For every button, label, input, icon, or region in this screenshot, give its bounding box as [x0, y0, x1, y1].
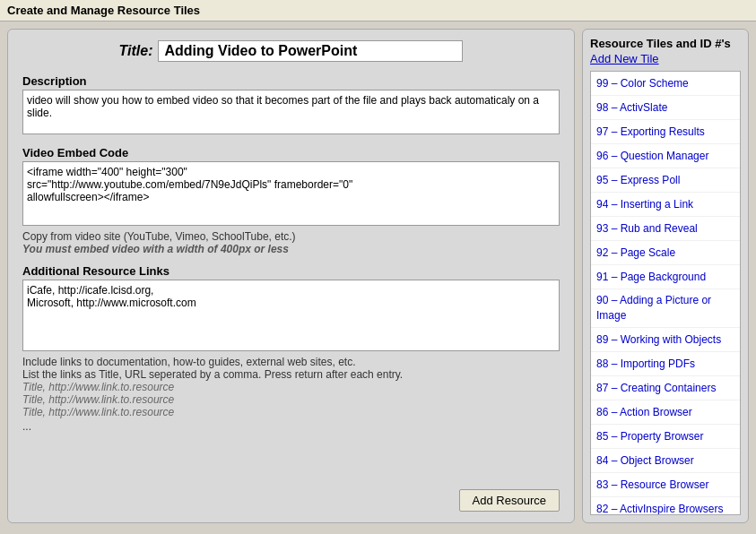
add-btn-row: Add Resource	[22, 489, 560, 512]
links-label: Additional Resource Links	[22, 264, 560, 278]
embed-section: Video Embed Code Copy from video site (Y…	[22, 146, 560, 255]
example-link-2: Title, http://www.link.to.resource	[22, 393, 560, 406]
description-section: Description	[22, 74, 560, 137]
panel-title: Resource Tiles and ID #'s	[590, 37, 741, 50]
tile-item-83[interactable]: 83 – Resource Browser	[591, 473, 740, 497]
page-title: Create and Manage Resource Tiles	[7, 4, 200, 17]
left-panel: Title: Description Video Embed Code Copy…	[7, 29, 575, 523]
tile-item-92[interactable]: 92 – Page Scale	[591, 241, 740, 265]
tile-item-87[interactable]: 87 – Creating Containers	[591, 376, 740, 400]
top-bar: Create and Manage Resource Tiles	[0, 0, 756, 22]
add-new-tile-link[interactable]: Add New Tile	[590, 52, 741, 65]
example-link-3: Title, http://www.link.to.resource	[22, 406, 560, 418]
tile-item-98[interactable]: 98 – ActivSlate	[591, 96, 740, 120]
tile-item-91[interactable]: 91 – Page Background	[591, 265, 740, 289]
tile-item-84[interactable]: 84 – Object Browser	[591, 449, 740, 473]
example-link-1: Title, http://www.link.to.resource	[22, 381, 560, 393]
tile-item-89[interactable]: 89 – Working with Objects	[591, 328, 740, 352]
tile-item-94[interactable]: 94 – Inserting a Link	[591, 193, 740, 217]
title-label: Title:	[119, 43, 153, 59]
copy-note: Copy from video site (YouTube, Vimeo, Sc…	[22, 230, 560, 243]
title-row: Title:	[22, 40, 560, 62]
tile-item-93[interactable]: 93 – Rub and Reveal	[591, 217, 740, 241]
links-section: Additional Resource Links Include links …	[22, 264, 560, 433]
ellipsis: ...	[22, 420, 560, 433]
tile-item-96[interactable]: 96 – Question Manager	[591, 144, 740, 168]
tile-item-97[interactable]: 97 – Exporting Results	[591, 120, 740, 144]
tile-item-99[interactable]: 99 – Color Scheme	[591, 72, 740, 96]
links-textarea[interactable]	[22, 280, 560, 351]
add-resource-button[interactable]: Add Resource	[459, 489, 560, 512]
description-label: Description	[22, 74, 560, 88]
list-note: List the links as Title, URL seperated b…	[22, 368, 560, 381]
tile-item-82[interactable]: 82 – ActivInspire Browsers	[591, 497, 740, 515]
tile-item-90[interactable]: 90 – Adding a Picture or Image	[591, 289, 740, 328]
tile-item-85[interactable]: 85 – Property Browser	[591, 425, 740, 449]
embed-label: Video Embed Code	[22, 146, 560, 159]
embed-textarea[interactable]	[22, 161, 560, 226]
title-input[interactable]	[158, 40, 463, 62]
tile-item-95[interactable]: 95 – Express Poll	[591, 168, 740, 193]
description-textarea[interactable]	[22, 90, 560, 134]
main-container: Title: Description Video Embed Code Copy…	[0, 22, 756, 530]
tile-item-88[interactable]: 88 – Importing PDFs	[591, 352, 740, 376]
must-note: You must embed video with a width of 400…	[22, 243, 560, 255]
right-panel: Resource Tiles and ID #'s Add New Tile 9…	[582, 29, 749, 523]
include-note: Include links to documentation, how-to g…	[22, 356, 560, 368]
tile-list[interactable]: 99 – Color Scheme98 – ActivSlate97 – Exp…	[590, 71, 741, 515]
tile-item-86[interactable]: 86 – Action Browser	[591, 400, 740, 425]
